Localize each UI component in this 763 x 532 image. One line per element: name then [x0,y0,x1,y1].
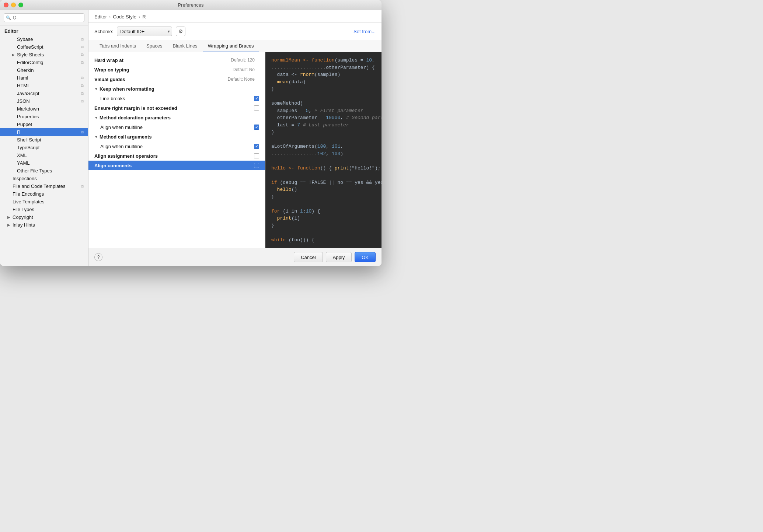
window-title: Preferences [178,2,203,8]
code-token: : [303,208,306,215]
sidebar-item-sybase[interactable]: Sybase⧉ [0,35,88,43]
sidebar-item-shell-script[interactable]: Shell Script [0,136,88,144]
setting-method-decl-params[interactable]: ▼ Method declaration parameters [88,113,265,122]
sidebar-item-inspections[interactable]: Inspections [0,175,88,182]
code-line: data <- rnorm(samples) [271,71,376,78]
sidebar-item-javascript[interactable]: JavaScript⧉ [0,90,88,97]
titlebar: Preferences [0,0,382,10]
setting-label-align-multiline-decl: Align when multiline [94,125,254,130]
breadcrumb-sep-1: › [109,14,111,20]
setting-align-multiline-call[interactable]: Align when multiline [88,141,265,151]
minimize-button[interactable] [11,3,16,7]
sidebar-item-gherkin[interactable]: Gherkin [0,66,88,74]
code-token: (i in [280,208,300,215]
maximize-button[interactable] [18,3,23,7]
sidebar-item-file-and-code-templates[interactable]: File and Code Templates⧉ [0,182,88,190]
copy-icon: ⧉ [81,52,84,57]
setting-default-hard-wrap: Default: 120 [231,57,255,63]
sidebar-item-editorconfig[interactable]: EditorConfig⧉ [0,59,88,66]
sidebar-content: Editor Sybase⧉CoffeeScript⧉▶Style Sheets… [0,25,88,266]
sidebar-items-container: Sybase⧉CoffeeScript⧉▶Style Sheets⧉Editor… [0,35,88,229]
settings-panel: Hard wrap at Default: 120 Wrap on typing… [88,52,265,248]
sidebar-item-other-file-types[interactable]: Other File Types [0,167,88,175]
set-from-link[interactable]: Set from... [353,29,376,34]
sidebar-item-puppet[interactable]: Puppet [0,120,88,128]
sidebar-item-file-types[interactable]: File Types [0,206,88,213]
checkbox-align-assignment[interactable] [254,153,259,158]
code-token: someMethod( [271,100,303,107]
sidebar-item-live-templates[interactable]: Live Templates [0,198,88,206]
sidebar-item-r[interactable]: R⧉ [0,128,88,136]
ok-button[interactable]: OK [355,252,376,262]
code-token: (samples = [335,57,366,64]
scheme-select[interactable]: Default IDE [117,27,172,36]
copy-icon: ⧉ [81,91,84,96]
setting-label-ensure-margin: Ensure right margin is not exceeded [94,105,254,111]
sidebar-item-style-sheets[interactable]: ▶Style Sheets⧉ [0,51,88,59]
sidebar-item-coffeescript[interactable]: CoffeeScript⧉ [0,43,88,51]
setting-align-assignment[interactable]: Align assignment operators [88,151,265,161]
setting-ensure-margin[interactable]: Ensure right margin is not exceeded [88,103,265,113]
cancel-button[interactable]: Cancel [294,252,323,262]
checkbox-align-comments[interactable] [254,163,259,168]
copy-icon: ⧉ [81,83,84,88]
code-line: normalMean <- function(samples = 10, [271,57,376,64]
sidebar-item-typescript[interactable]: TypeScript [0,144,88,151]
copy-icon: ⧉ [81,60,84,65]
code-line: hello <- function() { print("Hello!"); 4… [271,165,376,172]
code-token: last = [271,122,297,129]
code-token: (samples) [314,71,340,78]
sidebar-item-file-encodings[interactable]: File Encodings [0,190,88,198]
setting-label-hard-wrap: Hard wrap at [94,57,231,63]
code-token [271,215,277,222]
search-input[interactable] [4,13,84,22]
code-token: ) [271,129,274,136]
code-token [271,78,277,86]
code-token: () { [320,165,335,172]
checkbox-align-multiline-call[interactable] [254,144,259,149]
apply-button[interactable]: Apply [326,252,352,262]
sidebar-item-label: YAML [17,160,84,166]
search-icon: 🔍 [6,15,11,20]
sidebar-item-html[interactable]: HTML⧉ [0,82,88,90]
code-line: someMethod( [271,100,376,107]
code-token: print [277,215,292,222]
sidebar-item-label: R [17,129,81,135]
setting-align-comments[interactable]: Align comments [88,161,265,170]
sidebar-item-xml[interactable]: XML [0,151,88,159]
code-token: otherParameter) { [326,64,375,71]
tab-wrapping-and-braces[interactable]: Wrapping and Braces [203,40,259,52]
setting-line-breaks[interactable]: Line breaks [88,94,265,103]
tab-blank-lines[interactable]: Blank Lines [167,40,202,52]
close-button[interactable] [4,3,8,7]
sidebar-item-yaml[interactable]: YAML [0,159,88,167]
sidebar-item-markdown[interactable]: Markdown [0,105,88,113]
gear-button[interactable]: ⚙ [176,27,185,36]
tab-tabs-and-indents[interactable]: Tabs and Indents [94,40,141,52]
code-line: otherParameter = 10000, # Second paramet… [271,114,376,122]
sidebar-item-label: Haml [17,75,81,81]
sidebar-item-properties[interactable]: Properties [0,113,88,120]
sidebar-item-inlay-hints[interactable]: ▶Inlay Hints [0,221,88,229]
code-line: } [271,222,376,230]
code-token: } [271,85,274,93]
setting-wrap-on-typing[interactable]: Wrap on typing Default: No [88,65,265,74]
checkbox-line-breaks[interactable] [254,96,259,101]
setting-label-align-assignment: Align assignment operators [94,153,254,159]
tab-spaces[interactable]: Spaces [141,40,167,52]
checkbox-ensure-margin[interactable] [254,105,259,111]
setting-visual-guides[interactable]: Visual guides Default: None [88,74,265,84]
setting-align-multiline-decl[interactable]: Align when multiline [88,122,265,132]
code-token: 10000 [326,114,340,122]
help-button[interactable]: ? [94,253,102,261]
sidebar-item-copyright[interactable]: ▶Copyright [0,213,88,221]
setting-label-method-decl-params: Method declaration parameters [100,115,259,120]
setting-method-call-args[interactable]: ▼ Method call arguments [88,132,265,141]
code-token: ) { [311,208,320,215]
tabs-bar: Tabs and Indents Spaces Blank Lines Wrap… [88,40,382,52]
checkbox-align-multiline-decl[interactable] [254,125,259,130]
sidebar-item-json[interactable]: JSON⧉ [0,97,88,105]
setting-hard-wrap[interactable]: Hard wrap at Default: 120 [88,55,265,65]
sidebar-item-haml[interactable]: Haml⧉ [0,74,88,82]
setting-keep-reformatting[interactable]: ▼ Keep when reformatting [88,84,265,94]
